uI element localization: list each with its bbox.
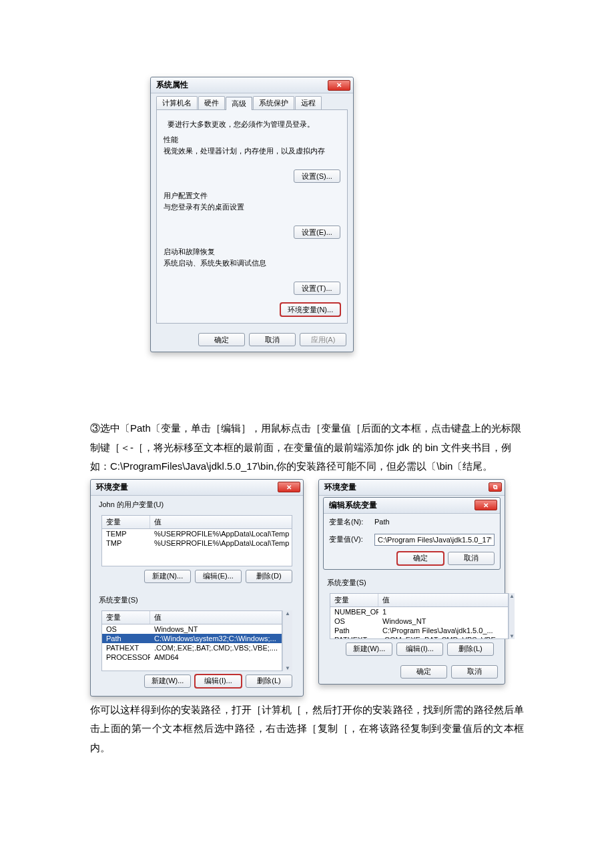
close-icon[interactable]: ✕ [278,482,300,492]
sys-vars-label: 系统变量(S) [91,591,303,605]
col-variable: 变量 [102,516,150,528]
tab-computer-name[interactable]: 计算机名 [156,96,198,109]
dialog-title: 系统属性 [156,79,188,91]
perf-settings-button[interactable]: 设置(S)... [294,169,340,183]
table-row: PATHEXT.COM;.EXE;.BAT;.CMD;.VBS;.VBE;...… [102,643,282,653]
startup-section: 启动和故障恢复 系统启动、系统失败和调试信息 设置(T)... [164,247,340,295]
table-row: TMP%USERPROFILE%\AppData\Local\Temp [102,538,292,548]
env-vars-button[interactable]: 环境变量(N)... [280,303,340,316]
var-value-input[interactable] [374,534,495,546]
var-name-label: 变量名(N): [329,517,369,527]
close-icon[interactable]: ⧉ [489,482,502,492]
edit-ok-button[interactable]: 确定 [397,552,444,565]
cancel-button[interactable]: 取消 [451,665,498,679]
sys-new-button[interactable]: 新建(W)... [144,675,191,688]
table-row: PathC:\Windows\system32;C:\Windows;... [102,634,282,643]
sys-vars-list[interactable]: OSWindows_NT PathC:\Windows\system32;C:\… [101,624,282,671]
user-vars-list[interactable]: TEMP%USERPROFILE%\AppData\Local\Temp TMP… [101,529,292,566]
perf-desc: 视觉效果，处理器计划，内存使用，以及虚拟内存 [164,146,340,156]
tab-system-protection[interactable]: 系统保护 [253,96,294,109]
user-vars-group: 变量 值 TEMP%USERPROFILE%\AppData\Local\Tem… [97,512,296,587]
col-value: 值 [150,516,292,528]
dialog-title: 环境变量 [324,482,356,493]
startup-settings-button[interactable]: 设置(T)... [294,282,340,295]
col-value: 值 [378,594,508,606]
user-new-button[interactable]: 新建(N)... [144,570,191,583]
user-delete-button[interactable]: 删除(D) [246,570,292,583]
tab-hardware[interactable]: 硬件 [198,96,225,109]
close-icon[interactable]: ✕ [475,500,497,510]
perf-section: 性能 视觉效果，处理器计划，内存使用，以及虚拟内存 设置(S)... [164,135,340,183]
startup-title: 启动和故障恢复 [164,247,340,257]
userprofile-settings-button[interactable]: 设置(E)... [294,226,340,239]
cancel-button[interactable]: 取消 [249,333,296,346]
userprofile-title: 用户配置文件 [164,191,340,201]
col-variable: 变量 [330,594,378,606]
user-vars-label: John 的用户变量(U) [91,496,303,510]
startup-desc: 系统启动、系统失败和调试信息 [164,258,340,268]
tab-remote[interactable]: 远程 [295,96,322,109]
table-row: PATHEXT.COM;.EXE;.BAT;.CMD;.VBS;.VBE;... [330,635,508,639]
sys-delete-button[interactable]: 删除(L) [447,642,494,656]
tab-bar: 计算机名 硬件 高级 系统保护 远程 [151,93,353,109]
close-icon[interactable]: ✕ [328,80,350,91]
sys-vars-label: 系统变量(S) [319,574,505,588]
sys-delete-button[interactable]: 删除(L) [246,675,292,688]
table-row: PROCESSOR_AR...AMD64 [102,653,282,662]
trailing-paragraph: 你可以这样得到你的安装路径，打开［计算机［，然后打开你的安装路径，找到所需的路径… [90,701,524,758]
ok-button[interactable]: 确定 [400,665,447,679]
table-row: TEMP%USERPROFILE%\AppData\Local\Temp [102,529,292,538]
col-variable: 变量 [102,611,150,624]
edit-cancel-button[interactable]: 取消 [448,552,495,565]
edit-sysvar-dialog: 编辑系统变量 ✕ 变量名(N): Path 变量值(V): 确定 取消 [323,497,501,570]
userprofile-section: 用户配置文件 与您登录有关的桌面设置 设置(E)... [164,191,340,239]
instruction-paragraph: ③选中〔Path〔变量，单击［编辑］，用鼠标点击［变量值［后面的文本框，点击键盘… [90,419,524,476]
system-properties-dialog: 系统属性 ✕ 计算机名 硬件 高级 系统保护 远程 要进行大多数更改，您必须作为… [150,77,354,352]
sys-edit-button[interactable]: 编辑(I)... [396,642,443,656]
userprofile-desc: 与您登录有关的桌面设置 [164,202,340,212]
sys-vars-group: 变量 值 NUMBER_OF_PR...1 OSWindows_NT PathC… [326,590,498,660]
ok-button[interactable]: 确定 [198,333,245,346]
sys-new-button[interactable]: 新建(W)... [346,642,392,656]
var-value-label: 变量值(V): [329,534,369,544]
table-row: NUMBER_OF_PR...1 [330,607,508,616]
dialog-title: 环境变量 [96,482,128,493]
scrollbar[interactable]: ▲▼ [282,610,292,671]
env-vars-dialog: 环境变量 ✕ John 的用户变量(U) 变量 值 TEMP%USERPROFI… [90,479,304,697]
tab-panel: 要进行大多数更改，您必须作为管理员登录。 性能 视觉效果，处理器计划，内存使用，… [156,109,348,324]
var-name-value: Path [374,518,495,526]
table-row: PathC:\Program Files\Java\jdk1.5.0_... [330,626,508,635]
admin-note: 要进行大多数更改，您必须作为管理员登录。 [168,119,340,129]
sys-edit-button[interactable]: 编辑(I)... [195,675,242,688]
scrollbar[interactable]: ▲▼ [509,593,515,639]
user-edit-button[interactable]: 编辑(E)... [195,570,242,583]
tab-advanced[interactable]: 高级 [226,97,252,110]
apply-button[interactable]: 应用(A) [300,333,346,346]
col-value: 值 [150,611,282,624]
perf-title: 性能 [164,135,340,145]
sys-vars-list[interactable]: NUMBER_OF_PR...1 OSWindows_NT PathC:\Pro… [330,607,509,639]
env-vars-dialog-b: 环境变量 ⧉ 编辑系统变量 ✕ 变量名(N): Path 变量值(V): 确定 [318,479,505,685]
edit-dialog-title: 编辑系统变量 [329,500,377,511]
table-row: OSWindows_NT [102,624,282,634]
sys-vars-group: 变量 值 OSWindows_NT PathC:\Windows\system3… [97,608,296,692]
table-row: OSWindows_NT [330,616,508,626]
